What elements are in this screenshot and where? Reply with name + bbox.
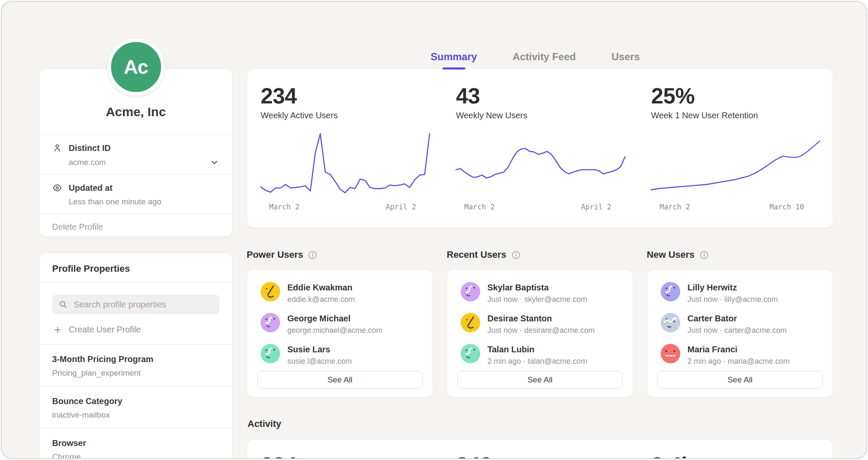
stat-value: 25% [651,83,820,109]
property-row[interactable]: 3-Month Pricing ProgramPricing_plan_expe… [39,344,232,386]
user-row[interactable]: Lilly HerwitzJust now · lilly@acme.com [661,282,819,304]
user-row[interactable]: Eddie Kwakmaneddie.k@acme.com [261,282,419,304]
user-list-power-users: Power UsersEddie Kwakmaneddie.k@acme.com… [247,248,433,398]
tab-label: Activity Feed [512,51,576,62]
user-row[interactable]: Susie Larssusie.l@acme.com [261,344,419,366]
stat-label: Weekly New Users [456,111,625,120]
user-name: Skylar Baptista [487,282,587,293]
property-list: 3-Month Pricing ProgramPricing_plan_expe… [39,344,232,459]
stat-label: Weekly Active Users [261,111,430,120]
user-detail: Just now · carter@acme.com [687,326,787,335]
property-value: inactive-mailbox [52,410,220,420]
user-list-title: Recent Users [447,249,506,260]
user-avatar [261,313,280,332]
avatar-initials: Ac [124,56,148,78]
info-icon [700,251,709,259]
user-list-card: Eddie Kwakmaneddie.k@acme.comGeorge Mich… [247,269,433,398]
user-detail: george.michael@acme.com [287,326,382,335]
distinct-id-row: Distinct ID acme.com [39,134,232,174]
see-all-button[interactable]: See All [257,371,423,389]
user-text: Skylar BaptistaJust now · skyler@acme.co… [487,282,587,304]
property-row[interactable]: BrowserChrome [39,428,232,459]
updated-at-row: Updated at Less than one minute ago [39,174,232,213]
user-avatar [461,282,480,301]
property-name: Bounce Category [52,396,220,406]
tab-label: Users [612,51,640,62]
user-list-new-users: New UsersLilly HerwitzJust now · lilly@a… [647,248,833,398]
user-rows: Lilly HerwitzJust now · lilly@acme.comCa… [647,270,833,366]
user-detail: Just now · lilly@acme.com [687,295,778,304]
stat-value: 43 [456,83,625,109]
user-avatar [661,344,680,363]
chevron-down-icon[interactable] [209,157,220,167]
user-list-title: New Users [647,249,695,260]
info-icon-button[interactable] [308,251,317,259]
axis-tick-label: April 2 [581,203,612,211]
user-detail: 2 min ago · maria@acme.com [687,357,790,366]
see-all-button[interactable]: See All [657,371,823,389]
field-value: acme.com [69,158,106,167]
app-window: SummaryActivity FeedUsers Ac Acme, Inc D… [1,1,867,459]
user-row[interactable]: Desirae StantonJust now · desirare@acme.… [461,313,619,335]
search-icon [58,300,68,309]
sparkline-chart [651,131,820,195]
chart-x-axis: March 2April 2 [456,203,625,213]
user-text: Lilly HerwitzJust now · lilly@acme.com [687,282,778,304]
user-detail: eddie.k@acme.com [287,295,355,304]
user-list-header: Power Users [247,248,433,261]
user-text: Talan Lubin2 min ago · talan@acme.com [487,344,587,366]
info-icon-button[interactable] [700,251,709,259]
user-list-card: Lilly HerwitzJust now · lilly@acme.comCa… [647,269,833,398]
info-icon-button[interactable] [512,251,520,259]
tab-label: Summary [431,51,477,62]
create-user-profile-label: Create User Profile [69,325,141,335]
user-list-card: Skylar BaptistaJust now · skyler@acme.co… [447,269,633,398]
user-avatar [461,313,480,332]
user-text: Eddie Kwakmaneddie.k@acme.com [287,282,355,304]
plus-icon [53,325,62,335]
axis-tick-label: March 2 [659,203,690,211]
user-rows: Skylar BaptistaJust now · skyler@acme.co… [447,270,633,366]
see-all-button[interactable]: See All [457,371,623,389]
sparkline-chart [456,131,625,195]
delete-profile-button[interactable]: Delete Profile [39,213,232,240]
property-name: 3-Month Pricing Program [52,354,220,364]
property-row[interactable]: Bounce Categoryinactive-mailbox [39,386,232,428]
stat-column-weekly-active-users: 234Weekly Active UsersMarch 2April 2 [247,69,442,228]
user-text: Carter BatorJust now · carter@acme.com [687,313,787,335]
company-profile-card: Ac Acme, Inc Distinct ID acme.com Update… [39,69,233,237]
profile-properties-card: Profile Properties Create User Profile 3… [39,253,233,459]
tab-activity-feed[interactable]: Activity Feed [512,51,576,70]
user-row[interactable]: George Michaelgeorge.michael@acme.com [261,313,419,335]
tab-bar: SummaryActivity FeedUsers [431,51,640,70]
active-tab-underline [442,67,465,70]
user-name: Eddie Kwakman [287,282,355,293]
user-text: Maria Franci2 min ago · maria@acme.com [687,344,790,366]
property-value: Pricing_plan_experiment [52,368,220,378]
axis-tick-label: March 2 [465,203,495,211]
tab-summary[interactable]: Summary [431,51,477,70]
user-row[interactable]: Carter BatorJust now · carter@acme.com [661,313,819,335]
property-value: Chrome [52,452,220,459]
activity-stat-value: 3.4k [637,440,833,459]
user-detail: Just now · desirare@acme.com [487,326,595,335]
user-row[interactable]: Maria Franci2 min ago · maria@acme.com [661,344,819,366]
info-icon [308,251,317,259]
create-user-profile-button[interactable]: Create User Profile [52,314,220,344]
company-avatar: Ac [108,39,164,95]
profile-properties-search[interactable] [52,295,220,314]
property-name: Browser [52,438,220,448]
search-input[interactable] [73,299,213,310]
axis-tick-label: March 10 [769,203,804,211]
user-name: Maria Franci [687,344,790,354]
activity-stat-value: 234 [247,440,442,459]
user-row[interactable]: Skylar BaptistaJust now · skyler@acme.co… [461,282,619,304]
stat-column-weekly-new-users: 43Weekly New UsersMarch 2April 2 [442,69,638,228]
info-icon [512,251,520,259]
user-detail: 2 min ago · talan@acme.com [487,357,587,366]
stat-column-week-1-new-user-retention: 25%Week 1 New User RetentionMarch 2March… [637,69,833,228]
user-avatar [661,313,680,332]
user-avatar [661,282,680,301]
user-row[interactable]: Talan Lubin2 min ago · talan@acme.com [461,344,619,366]
tab-users[interactable]: Users [612,51,640,70]
